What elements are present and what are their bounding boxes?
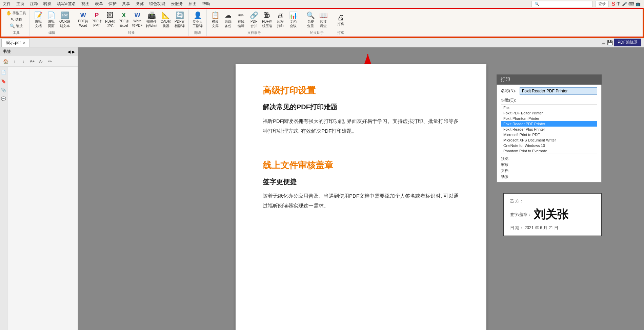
free-check-btn[interactable]: 🔍 免费查重 [304,11,317,29]
print-zoom-row: 缩放: [501,162,597,167]
print-copies-label: 份数(C): [501,97,520,103]
attachment-icon[interactable]: 📎 [1,87,7,93]
menu-protect[interactable]: 保护 [106,0,119,7]
tab-label: 演示.pdf [6,40,21,46]
sidebar-collapse-btn[interactable]: ▶ [72,49,75,54]
search-bar-top[interactable]: 🔍 [531,1,592,7]
printer-onenote[interactable]: OneNote for Windows 10 [501,143,597,148]
zoom-tool-btn[interactable]: 🔍 缩放 [8,23,24,29]
sig-label: 签字/盖章： [510,212,534,218]
pdf-to-word-icon: W [80,12,86,18]
login-button[interactable]: 登录 [595,1,609,7]
menu-browse[interactable]: 浏览 [133,0,146,7]
printer-foxit-plus[interactable]: Foxit Reader Plus Printer [501,127,597,132]
menu-home[interactable]: 主页 [14,0,27,7]
printer-fax[interactable]: Fax [501,105,597,110]
ocr-btn[interactable]: 🔤 OCR识别文本 [58,11,72,29]
section1-subtitle: 解决常见的PDF打印难题 [263,103,459,112]
print-icon: 🖨 [337,14,344,21]
word-to-pdf-btn[interactable]: W Word转PDF [130,12,144,28]
sig-party-label: 乙 方： [510,198,595,204]
bookmark-home-btn[interactable]: 🏠 [2,58,9,65]
ribbon-group-paper: 🔍 免费查重 📖 阅读调查 论文助手 [302,9,332,36]
save-icon-top: 💾 [607,40,613,45]
reading-icon: 📖 [319,12,328,19]
printer-foxit-phantom[interactable]: Foxit Phantom Printer [501,116,597,121]
sidebar-expand-btn[interactable]: ◀ [67,49,71,54]
section1-body: 福昕PDF阅读器拥有强大的打印功能, 界面友好易于学习。支持虚拟打印、批量打印等… [263,116,459,136]
menu-cloud[interactable]: 云服务 [168,0,186,7]
menu-convert[interactable]: 转换 [41,0,54,7]
font-increase-btn[interactable]: A+ [28,58,36,65]
sogou-screen[interactable]: 📺 [636,2,641,6]
select-tool-btn[interactable]: ↖ 选择 [9,17,23,22]
doc-meeting-btn[interactable]: 📊 文档会议 [287,11,300,29]
check-icon: 🔍 [306,12,315,19]
ribbon-group-edit: 📝 编辑文档 📄 编辑页面 🔤 OCR识别文本 编辑 [30,9,74,36]
pdf-to-word-btn[interactable]: W PDF转Word [76,12,90,28]
cloud-backup-btn[interactable]: ☁ 云端备份 [222,11,235,29]
compress-icon: 🗜 [264,12,270,19]
tab-demo-pdf[interactable]: 演示.pdf ✕ [1,39,30,47]
printer-dropdown[interactable]: Fax Foxit PDF Editor Printer Foxit Phant… [501,105,597,154]
hand-icon: ✋ [6,10,12,16]
bookmark-up-btn[interactable]: ↑ [11,58,18,65]
section2-title: 线上文件审核盖章 [263,159,459,171]
pdf-to-ppt-btn[interactable]: P PDF转PPT [90,12,103,28]
menu-illustration[interactable]: 插图 [186,0,199,7]
printer-phantom-evernote[interactable]: Phantom Print to Evernote [501,148,597,154]
menu-file[interactable]: 文件 [0,0,14,7]
bookmark-edit-btn[interactable]: ✏ [46,58,54,65]
tab-close-btn[interactable]: ✕ [23,41,25,45]
menu-share[interactable]: 共享 [119,0,133,7]
sig-name-row: 签字/盖章： 刘关张 [510,207,595,222]
font-decrease-btn[interactable]: A- [37,58,45,65]
pdf-to-ppt-icon: P [95,12,99,18]
print-preview-row: 预览: [501,156,597,161]
menu-annotate[interactable]: 注释 [27,0,41,7]
bookmark-down-btn[interactable]: ↓ [20,58,27,65]
template-lib-btn[interactable]: 📋 模板文库 [209,11,222,29]
pdf-compress-btn[interactable]: 🗜 PDF在线压缩 [260,11,274,29]
printer-ms-xps[interactable]: Microsoft XPS Document Writer [501,137,597,143]
zoom-label: 缩放: [501,162,520,167]
menu-special[interactable]: 特色功能 [146,0,168,7]
comment-icon[interactable]: 💬 [1,96,7,102]
print-name-input[interactable]: Foxit Reader PDF Printer [520,87,597,95]
pdf-to-jpg-icon: 🖼 [107,12,114,19]
online-edit-btn[interactable]: ✏ 在线编辑 [235,11,247,29]
pro-translate-btn[interactable]: 👤 专业人工翻译 [191,11,204,29]
edit-page-btn[interactable]: 📄 编辑页面 [45,11,58,29]
sogou-mic[interactable]: 🎤 [622,2,627,6]
sig-name: 刘关张 [534,207,568,222]
menu-form[interactable]: 表单 [92,0,106,7]
bookmark-icon[interactable]: 🔖 [1,78,7,84]
scan-to-word-btn[interactable]: 📠 扫描件转Word [144,11,159,29]
ribbon-toolbar: ✋ 手型工具 ↖ 选择 🔍 缩放 工具 📝 编辑文档 📄 编辑页面 [0,8,644,38]
pro-translate-icon: 👤 [194,12,202,19]
pdf-to-excel-btn[interactable]: X PDF转Excel [117,12,130,28]
remote-print-btn[interactable]: 🖨 远程打印 [274,11,287,29]
menu-help[interactable]: 帮助 [199,0,213,7]
print-doc-row: 文档: [501,168,597,173]
printer-foxit-editor[interactable]: Foxit PDF Editor Printer [501,110,597,116]
menu-fill-sign[interactable]: 填写&签名 [54,0,79,7]
printer-foxit-reader[interactable]: Foxit Reader PDF Printer [501,121,597,127]
sogou-s-icon: S [611,1,615,7]
pdf-translate-btn[interactable]: 🔄 PDF文档翻译 [173,11,186,29]
edit-doc-btn[interactable]: 📝 编辑文档 [32,11,45,29]
reading-survey-btn[interactable]: 📖 阅读调查 [317,11,330,29]
menu-view[interactable]: 视图 [79,0,92,7]
printer-ms-pdf[interactable]: Microsoft Print to PDF [501,132,597,137]
sogou-keyboard[interactable]: ⌨ [628,2,634,6]
sidebar-title: 书签 [3,49,11,54]
signature-panel: 乙 方： 签字/盖章： 刘关张 日 期： 2021 年 6 月 21 日 [503,193,602,236]
sogou-zhong[interactable]: 中 [617,1,621,7]
cad-converter-btn[interactable]: 📐 CAD转换器 [159,11,173,29]
hand-tool-btn[interactable]: ✋ 手型工具 [5,10,27,16]
print-btn[interactable]: 🖨 打窝 [334,14,347,27]
pdf-to-jpg-btn[interactable]: 🖼 PDF转JPG [103,11,117,29]
page-nav-icon[interactable]: 📄 [1,69,7,75]
search-icon: 🔍 [535,2,539,6]
pdf-merge-btn[interactable]: 🔗 PDF合并 [247,11,260,29]
